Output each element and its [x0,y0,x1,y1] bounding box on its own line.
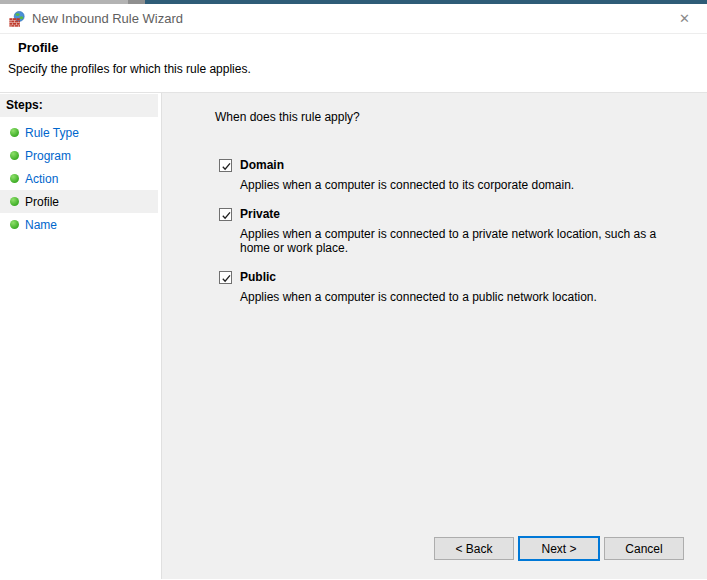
back-button[interactable]: < Back [434,537,514,560]
new-inbound-rule-wizard-dialog: New Inbound Rule Wizard ✕ Profile Specif… [0,0,707,580]
sidebar-item-label: Profile [25,195,59,209]
steps-sidebar: Steps: Rule Type Program Action Profile … [0,93,162,579]
checkmark-icon [220,209,233,222]
sidebar-item-label: Action [25,172,58,186]
question-text: When does this rule apply? [162,93,707,124]
step-bullet-icon [10,151,19,160]
sidebar-item-label: Name [25,218,57,232]
profile-option-public: Public Applies when a computer is connec… [219,270,707,304]
firewall-icon [9,11,25,27]
profile-option-private: Private Applies when a computer is conne… [219,207,707,255]
close-button[interactable]: ✕ [662,4,707,34]
button-row: < Back Next > Cancel [430,536,684,561]
page-subtitle: Specify the profiles for which this rule… [0,55,707,76]
sidebar-item-profile[interactable]: Profile [0,190,158,213]
window-title: New Inbound Rule Wizard [32,11,183,26]
wizard-content: When does this rule apply? Domain Applie… [162,93,707,579]
public-checkbox[interactable] [219,271,232,284]
private-label[interactable]: Private [240,207,676,221]
titlebar: New Inbound Rule Wizard ✕ [0,4,707,34]
step-bullet-icon [10,220,19,229]
checkmark-icon [220,272,233,285]
public-label[interactable]: Public [240,270,597,284]
sidebar-item-label: Program [25,149,71,163]
steps-heading: Steps: [0,94,158,117]
next-button[interactable]: Next > [518,536,600,561]
private-description: Applies when a computer is connected to … [240,227,676,255]
close-icon: ✕ [679,11,690,26]
private-checkbox[interactable] [219,208,232,221]
domain-label[interactable]: Domain [240,158,574,172]
wizard-header: Profile Specify the profiles for which t… [0,34,707,93]
profile-options: Domain Applies when a computer is connec… [162,124,707,304]
sidebar-item-label: Rule Type [25,126,79,140]
step-bullet-icon [10,197,19,206]
step-bullet-icon [10,174,19,183]
page-title: Profile [0,34,707,55]
domain-description: Applies when a computer is connected to … [240,178,574,192]
public-description: Applies when a computer is connected to … [240,290,597,304]
wizard-body: Steps: Rule Type Program Action Profile … [0,93,707,579]
sidebar-item-name[interactable]: Name [0,213,158,236]
sidebar-item-action[interactable]: Action [0,167,158,190]
cancel-button[interactable]: Cancel [604,537,684,560]
profile-option-domain: Domain Applies when a computer is connec… [219,158,707,192]
domain-checkbox[interactable] [219,159,232,172]
checkmark-icon [220,160,233,173]
sidebar-item-rule-type[interactable]: Rule Type [0,121,158,144]
sidebar-item-program[interactable]: Program [0,144,158,167]
step-bullet-icon [10,128,19,137]
